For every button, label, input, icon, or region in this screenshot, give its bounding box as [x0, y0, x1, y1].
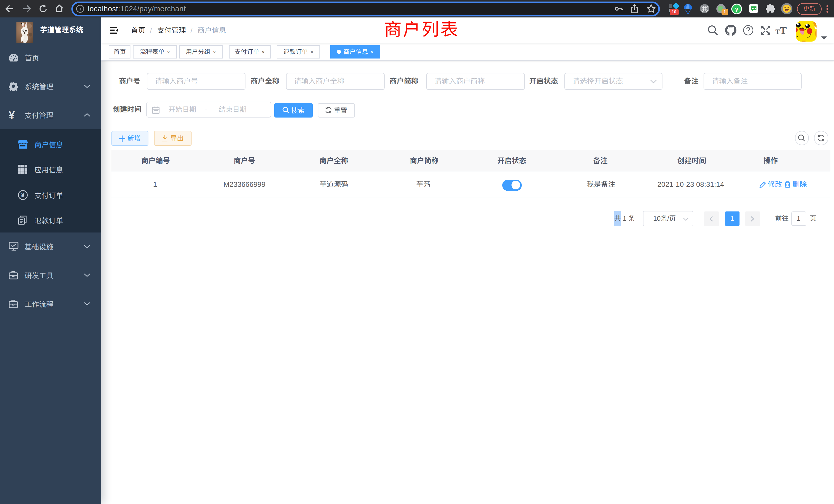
svg-text:¥: ¥ — [21, 192, 25, 198]
svg-text:y: y — [735, 6, 739, 12]
